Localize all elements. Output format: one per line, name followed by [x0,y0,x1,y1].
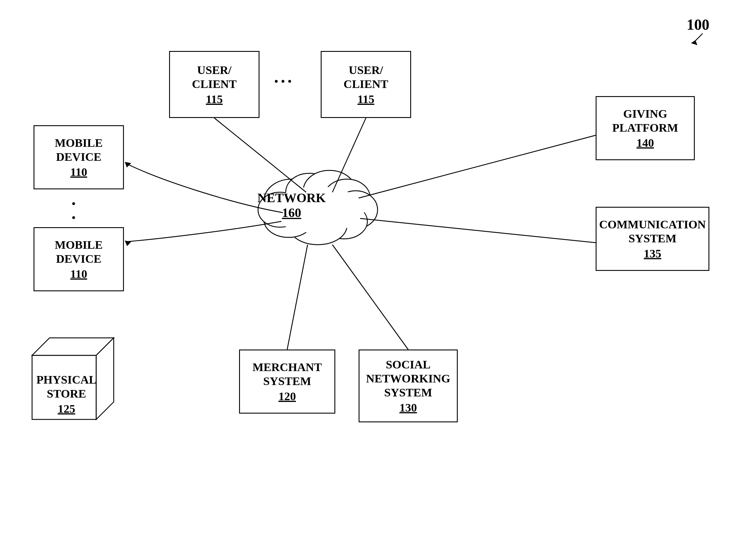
user-client-box-1: USER/ CLIENT 115 [169,51,260,118]
physical-store-label-container: PHYSICAL STORE 125 [34,373,98,416]
user-client-1-label-line1: USER/ [197,63,232,77]
mobile-device-box-1: MOBILE DEVICE 110 [34,125,124,189]
mobile-device-1-label-line2: DEVICE [56,150,101,164]
svg-line-15 [360,218,601,243]
user-client-1-number: 115 [206,92,223,106]
merchant-system-label-line2: SYSTEM [263,374,311,388]
social-networking-label-line1: SOCIAL [386,358,430,372]
network-number: 160 [282,205,301,220]
giving-platform-number: 140 [637,136,654,150]
user-client-box-2: USER/ CLIENT 115 [321,51,411,118]
svg-marker-12 [125,162,131,168]
social-networking-box: SOCIAL NETWORKING SYSTEM 130 [359,349,458,422]
giving-platform-label-line1: GIVING [623,107,667,121]
physical-store-number: 125 [34,402,98,416]
svg-line-14 [359,134,601,198]
giving-platform-label-line2: PLATFORM [612,121,678,135]
physical-store-label-line2: STORE [34,387,98,401]
social-networking-label-line3: SYSTEM [384,386,432,400]
network-label: NETWORK [258,191,326,205]
mobile-device-1-label-line1: MOBILE [55,136,102,150]
merchant-system-number: 120 [279,389,296,403]
network-label-container: NETWORK 160 [239,163,344,245]
mobile-device-2-label-line2: DEVICE [56,252,101,266]
user-client-2-number: 115 [357,92,374,106]
mobile-device-2-label-line1: MOBILE [55,238,102,252]
physical-store-label-line1: PHYSICAL [34,373,98,387]
merchant-system-label-line1: MERCHANT [253,360,322,374]
mobile-device-1-number: 110 [70,165,87,179]
communication-system-number: 135 [644,247,661,260]
communication-system-label-line2: SYSTEM [629,231,677,245]
reference-number-100: 100 [686,16,709,33]
svg-line-16 [287,245,307,349]
social-networking-number: 130 [399,401,417,414]
merchant-system-box: MERCHANT SYSTEM 120 [239,349,335,414]
giving-platform-box: GIVING PLATFORM 140 [596,96,695,160]
mobile-device-2-number: 110 [70,267,87,281]
user-client-1-label-line2: CLIENT [192,77,237,91]
svg-marker-21 [691,40,697,45]
communication-system-box: COMMUNICATION SYSTEM 135 [596,207,709,271]
social-networking-label-line2: NETWORKING [366,372,451,386]
communication-system-label-line1: COMMUNICATION [599,217,706,231]
mobile-device-box-2: MOBILE DEVICE 110 [34,227,124,291]
user-client-2-label-line2: CLIENT [343,77,388,91]
dots-between-user-clients: ··· [274,71,294,91]
user-client-2-label-line1: USER/ [349,63,383,77]
svg-line-17 [332,245,408,349]
diagram-container: 100 USER/ CLIENT 115 ··· USER/ CLIENT 11… [0,0,756,540]
